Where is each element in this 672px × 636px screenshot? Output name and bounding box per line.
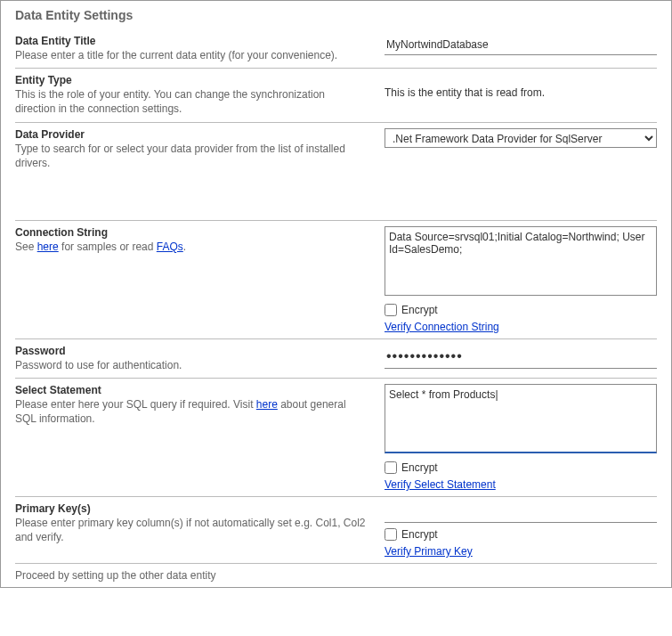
primary-key-desc: Please enter primary key column(s) if no…	[15, 516, 367, 544]
verify-primary-key-link[interactable]: Verify Primary Key	[385, 545, 473, 558]
select-statement-encrypt-label: Encrypt	[401, 461, 438, 474]
connection-string-encrypt-checkbox[interactable]	[385, 304, 397, 316]
entity-type-label: Entity Type	[15, 74, 367, 86]
connection-string-here-link[interactable]: here	[37, 241, 59, 253]
connection-string-textarea[interactable]: Data Source=srvsql01;Initial Catalog=Nor…	[385, 226, 657, 296]
password-label: Password	[15, 345, 367, 357]
password-input[interactable]	[385, 345, 657, 369]
password-desc: Password to use for authentication.	[15, 358, 367, 372]
footer-text: Proceed by setting up the other data ent…	[1, 564, 671, 587]
connection-string-encrypt-label: Encrypt	[401, 304, 438, 316]
primary-key-input[interactable]	[385, 502, 657, 523]
data-entity-title-desc: Please enter a title for the current dat…	[15, 48, 367, 62]
data-entity-title-label: Data Entity Title	[15, 35, 367, 47]
data-entity-title-input[interactable]	[385, 35, 657, 55]
connection-string-label: Connection String	[15, 226, 367, 239]
primary-key-encrypt-checkbox[interactable]	[385, 528, 397, 541]
verify-connection-string-link[interactable]: Verify Connection String	[385, 321, 499, 333]
verify-select-statement-link[interactable]: Verify Select Statement	[385, 478, 496, 491]
entity-type-desc: This is the role of your entity. You can…	[15, 87, 367, 116]
connection-string-desc: See here for samples or read FAQs.	[15, 240, 367, 254]
primary-key-label: Primary Key(s)	[15, 502, 367, 515]
primary-key-encrypt-label: Encrypt	[401, 528, 438, 541]
select-statement-textarea[interactable]: Select * from Products|	[385, 384, 657, 453]
data-provider-select[interactable]: .Net Framework Data Provider for SqlServ…	[385, 128, 657, 148]
select-statement-label: Select Statement	[15, 384, 367, 396]
page-title: Data Entity Settings	[1, 1, 671, 29]
select-statement-here-link[interactable]: here	[256, 398, 278, 411]
entity-type-value: This is the entity that is read from.	[385, 74, 657, 99]
data-provider-label: Data Provider	[15, 128, 367, 141]
connection-string-faqs-link[interactable]: FAQs	[157, 241, 183, 253]
select-statement-desc: Please enter here your SQL query if requ…	[15, 397, 367, 426]
data-provider-desc: Type to search for or select your data p…	[15, 142, 367, 170]
select-statement-encrypt-checkbox[interactable]	[385, 461, 397, 474]
